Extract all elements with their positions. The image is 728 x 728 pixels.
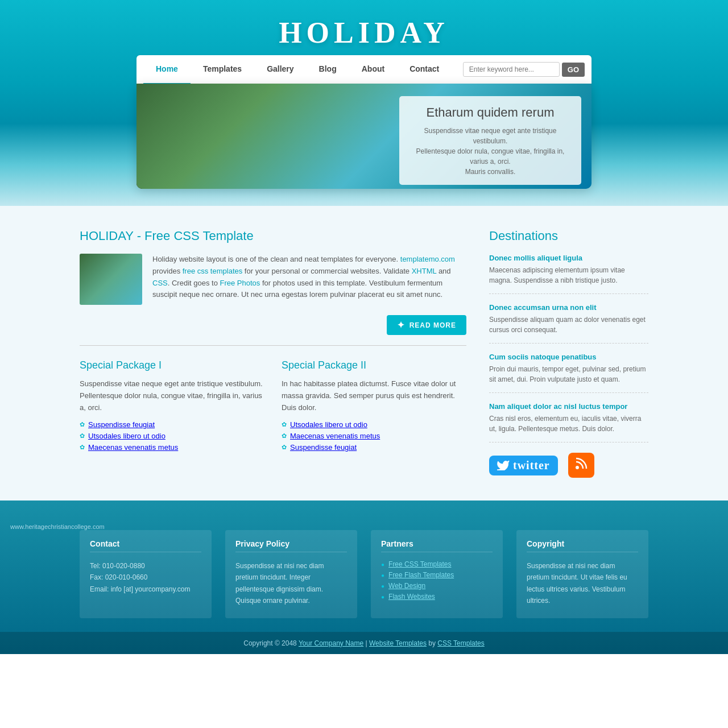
read-more-icon: ✦ bbox=[397, 320, 405, 330]
hero-wrapper: Etharum quidem rerum Suspendisse vitae n… bbox=[136, 84, 592, 189]
list-item: Web Design bbox=[381, 582, 493, 590]
nav-templates[interactable]: Templates bbox=[191, 55, 254, 84]
xhtml-link[interactable]: XHTML bbox=[412, 267, 437, 275]
list-item: Utsodales libero ut odio bbox=[80, 432, 264, 440]
search-input[interactable] bbox=[463, 62, 560, 77]
package-2-text: In hac habitasse platea dictumst. Fusce … bbox=[282, 378, 466, 413]
nav-about[interactable]: About bbox=[349, 55, 397, 84]
footer-contact-title: Contact bbox=[90, 539, 201, 552]
list-item: Suspendisse feugiat bbox=[80, 420, 264, 429]
web-design-link[interactable]: Web Design bbox=[388, 582, 425, 590]
dest-item-2: Donec accumsan urna non elit Suspendisse… bbox=[489, 303, 648, 344]
footer-bottom-text: Copyright © 2048 Your Company Name | Web… bbox=[243, 639, 485, 647]
site-title: HOLIDAY bbox=[0, 0, 728, 55]
list-item: Free Flash Templates bbox=[381, 571, 493, 579]
nav-blog[interactable]: Blog bbox=[307, 55, 349, 84]
templatemo-link[interactable]: templatemo.com bbox=[400, 255, 455, 263]
footer-copyright-title: Copyright bbox=[527, 539, 638, 552]
package-1-list: Suspendisse feugiat Utsodales libero ut … bbox=[80, 420, 264, 452]
dest-item-4-title: Nam aliquet dolor ac nisl luctus tempor bbox=[489, 402, 648, 411]
content-inner: HOLIDAY - Free CSS Template Holiday webs… bbox=[80, 229, 648, 478]
footer-privacy-title: Privacy Policy bbox=[235, 539, 347, 552]
company-name-link[interactable]: Your Company Name bbox=[299, 639, 363, 647]
list-item: Suspendisse feugiat bbox=[282, 443, 466, 452]
free-css-link[interactable]: free css templates bbox=[183, 267, 243, 275]
search-area: GO bbox=[463, 62, 585, 77]
hero-text-box: Etharum quidem rerum Suspendisse vitae n… bbox=[399, 96, 581, 185]
about-text: Holiday website layout is one of the cle… bbox=[152, 254, 466, 305]
hero-desc: Suspendisse vitae neque eget ante tristi… bbox=[410, 126, 571, 177]
footer: www.heritagechristiancollege.com Contact… bbox=[0, 500, 728, 654]
nav-links: Home Templates Gallery Blog About Contac… bbox=[143, 55, 463, 84]
package-2-list: Utsodales libero ut odio Maecenas venena… bbox=[282, 420, 466, 452]
main-column: HOLIDAY - Free CSS Template Holiday webs… bbox=[80, 229, 466, 478]
dest-item-4: Nam aliquet dolor ac nisl luctus tempor … bbox=[489, 402, 648, 442]
twitter-icon[interactable]: twitter bbox=[489, 456, 558, 475]
package-1: Special Package I Suspendisse vitae nequ… bbox=[80, 359, 264, 454]
side-column: Destinations Donec mollis aliquet ligula… bbox=[489, 229, 648, 478]
search-button[interactable]: GO bbox=[562, 63, 585, 77]
footer-bottom: Copyright © 2048 Your Company Name | Web… bbox=[0, 632, 728, 654]
dest-item-2-title: Donec accumsan urna non elit bbox=[489, 303, 648, 312]
flash-websites-link[interactable]: Flash Websites bbox=[388, 593, 435, 601]
free-css-templates-link[interactable]: Free CSS Templates bbox=[388, 560, 452, 568]
free-flash-templates-link[interactable]: Free Flash Templates bbox=[388, 571, 454, 579]
dest-item-1: Donec mollis aliquet ligula Maecenas adi… bbox=[489, 254, 648, 294]
dest-item-3-text: Proin dui mauris, tempor eget, pulvinar … bbox=[489, 364, 648, 384]
navbar: Home Templates Gallery Blog About Contac… bbox=[136, 55, 592, 84]
footer-contact: Contact Tel: 010-020-0880 Fax: 020-010-0… bbox=[80, 530, 212, 618]
package-1-title: Special Package I bbox=[80, 359, 264, 371]
footer-watermark: www.heritagechristiancollege.com bbox=[0, 519, 728, 530]
dest-item-3-title: Cum sociis natoque penatibus bbox=[489, 353, 648, 361]
dest-item-2-text: Suspendisse aliquam quam ac dolor venena… bbox=[489, 315, 648, 335]
about-image bbox=[80, 254, 142, 305]
css-link[interactable]: CSS bbox=[152, 279, 168, 287]
package-1-text: Suspendisse vitae neque eget ante tristi… bbox=[80, 378, 264, 413]
dest-item-3: Cum sociis natoque penatibus Proin dui m… bbox=[489, 353, 648, 393]
list-item: Utsodales libero ut odio bbox=[282, 420, 466, 429]
dest-item-1-text: Maecenas adipiscing elementum ipsum vita… bbox=[489, 265, 648, 286]
packages: Special Package I Suspendisse vitae nequ… bbox=[80, 359, 466, 454]
dest-item-1-title: Donec mollis aliquet ligula bbox=[489, 254, 648, 262]
list-item: Flash Websites bbox=[381, 593, 493, 601]
destinations-title: Destinations bbox=[489, 229, 648, 243]
twitter-label: twitter bbox=[513, 459, 550, 472]
website-templates-link[interactable]: Website Templates bbox=[369, 639, 427, 647]
twitter-bird-icon bbox=[497, 460, 510, 470]
footer-partners: Partners Free CSS Templates Free Flash T… bbox=[371, 530, 503, 618]
nav-gallery[interactable]: Gallery bbox=[254, 55, 306, 84]
read-more-label: READ MORE bbox=[410, 321, 456, 329]
content-area: HOLIDAY - Free CSS Template Holiday webs… bbox=[0, 206, 728, 654]
package-2-title: Special Package II bbox=[282, 359, 466, 371]
footer-partners-title: Partners bbox=[381, 539, 493, 552]
footer-copyright-col: Copyright Suspendisse at nisi nec diam p… bbox=[516, 530, 648, 618]
hero-section: HOLIDAY Home Templates Gallery Blog Abou… bbox=[0, 0, 728, 206]
rss-icon[interactable] bbox=[568, 453, 594, 478]
footer-contact-text: Tel: 010-020-0880 Fax: 020-010-0660 Emai… bbox=[90, 560, 201, 595]
package-2: Special Package II In hac habitasse plat… bbox=[282, 359, 466, 454]
rss-feed-icon bbox=[575, 457, 588, 470]
footer-copyright-text: Suspendisse at nisi nec diam pretium tin… bbox=[527, 560, 638, 607]
footer-privacy-text: Suspendisse at nisi nec diam pretium tin… bbox=[235, 560, 347, 607]
svg-point-0 bbox=[576, 466, 579, 469]
nav-contact[interactable]: Contact bbox=[397, 55, 452, 84]
footer-inner: Contact Tel: 010-020-0880 Fax: 020-010-0… bbox=[80, 530, 648, 618]
css-templates-link[interactable]: CSS Templates bbox=[437, 639, 484, 647]
main-section-title: HOLIDAY - Free CSS Template bbox=[80, 229, 466, 243]
dest-item-4-text: Cras nisl eros, elementum eu, iaculis vi… bbox=[489, 413, 648, 434]
read-more-button[interactable]: ✦ READ MORE bbox=[387, 315, 466, 335]
list-item: Maecenas venenatis metus bbox=[282, 432, 466, 440]
hero-heading: Etharum quidem rerum bbox=[410, 105, 571, 120]
list-item: Free CSS Templates bbox=[381, 560, 493, 568]
list-item: Maecenas venenatis metus bbox=[80, 443, 264, 452]
about-flex: Holiday website layout is one of the cle… bbox=[80, 254, 466, 305]
nav-home[interactable]: Home bbox=[143, 55, 191, 84]
free-photos-link[interactable]: Free Photos bbox=[220, 279, 260, 287]
divider bbox=[80, 345, 466, 346]
footer-privacy: Privacy Policy Suspendisse at nisi nec d… bbox=[225, 530, 357, 618]
footer-partners-list: Free CSS Templates Free Flash Templates … bbox=[381, 560, 493, 601]
social-icons: twitter bbox=[489, 453, 648, 478]
